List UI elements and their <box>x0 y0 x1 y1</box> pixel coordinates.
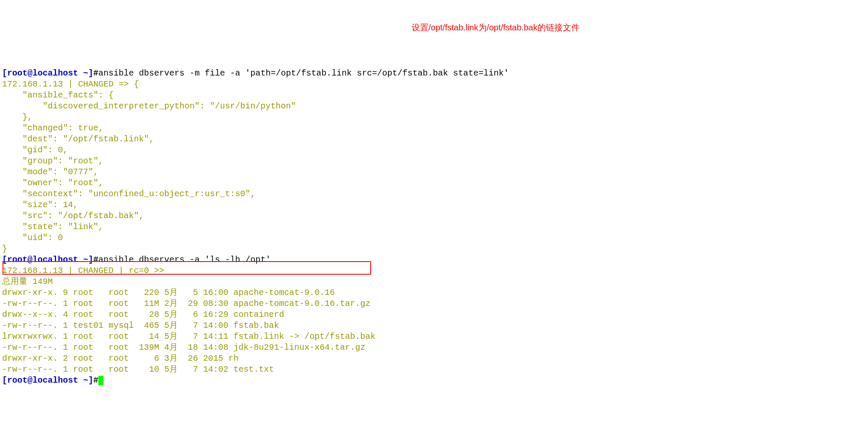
output-line: "discovered_interpreter_python": "/usr/b… <box>2 101 296 111</box>
annotation-text: 设置/opt/fstab.link为/opt/fstab.bak的链接文件 <box>412 22 580 33</box>
prompt-user: [root@localhost ~] <box>2 255 93 265</box>
output-line: -rw-r--r--. 1 root root 10 5月 7 14:02 te… <box>2 365 274 374</box>
output-line: "mode": "0777", <box>2 167 98 177</box>
output-line: -rw-r--r--. 1 test01 mysql 465 5月 7 14:0… <box>2 321 279 330</box>
prompt-hash: # <box>93 68 98 78</box>
output-line: drwxr-xr-x. 2 root root 6 3月 26 2015 rh <box>2 354 239 363</box>
output-line: drwxr-xr-x. 9 root root 220 5月 5 16:00 a… <box>2 288 335 297</box>
output-line: -rw-r--r--. 1 root root 11M 2月 29 08:30 … <box>2 299 370 308</box>
terminal-line[interactable]: [root@localhost ~]#ansible dbservers -m … <box>2 68 509 78</box>
prompt-user: [root@localhost ~] <box>2 375 93 385</box>
prompt-hash: # <box>93 255 98 265</box>
output-line: }, <box>2 112 33 122</box>
output-line: -rw-r--r--. 1 root root 139M 4月 18 14:08… <box>2 343 365 352</box>
prompt-user: [root@localhost ~] <box>2 68 93 78</box>
output-line: "changed": true, <box>2 123 103 133</box>
prompt-hash: # <box>93 375 98 385</box>
command-text: ansible dbservers -m file -a 'path=/opt/… <box>98 68 509 78</box>
output-line: "src": "/opt/fstab.bak", <box>2 211 144 221</box>
output-line: lrwxrwxrwx. 1 root root 14 5月 7 14:11 fs… <box>2 332 375 341</box>
output-line: "dest": "/opt/fstab.link", <box>2 134 154 144</box>
output-line: "secontext": "unconfined_u:object_r:usr_… <box>2 189 255 199</box>
output-line: "group": "root", <box>2 156 103 166</box>
output-line: "ansible_facts": { <box>2 90 114 100</box>
output-line: "size": 14, <box>2 200 78 210</box>
command-text: ansible dbservers -a 'ls -lh /opt' <box>98 255 271 265</box>
cursor-block <box>98 376 103 385</box>
output-line: "gid": 0, <box>2 145 68 155</box>
output-line: "owner": "root", <box>2 178 103 188</box>
output-line: 172.168.1.13 | CHANGED | rc=0 >> <box>2 266 164 275</box>
terminal-line[interactable]: [root@localhost ~]#ansible dbservers -a … <box>2 255 271 265</box>
terminal-line[interactable]: [root@localhost ~]# <box>2 375 103 385</box>
output-line: 172.168.1.13 | CHANGED => { <box>2 79 139 89</box>
output-line: "uid": 0 <box>2 233 63 243</box>
output-line: } <box>2 244 7 254</box>
output-line: 总用量 149M <box>2 277 53 286</box>
output-line: "state": "link", <box>2 222 103 232</box>
output-line: drwx--x--x. 4 root root 28 5月 6 16:29 co… <box>2 310 284 319</box>
